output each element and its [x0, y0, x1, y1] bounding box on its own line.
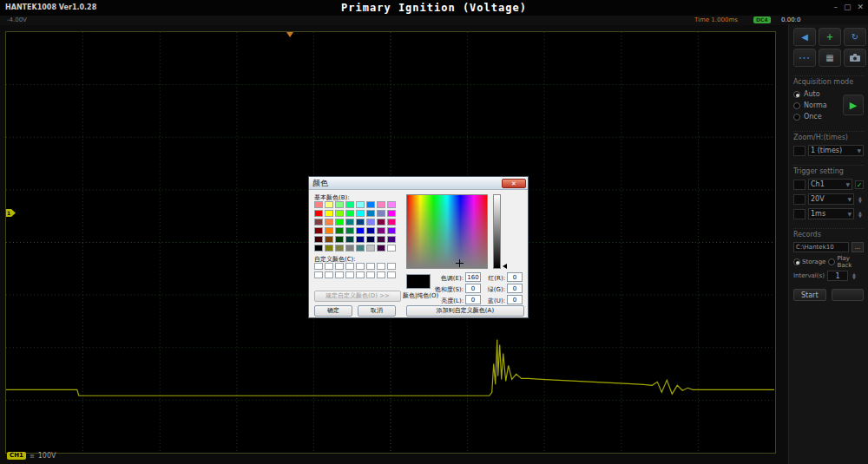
basic-color-swatch[interactable] [345, 227, 354, 234]
playback-radio[interactable]: Play Back [828, 256, 864, 267]
basic-color-swatch[interactable] [356, 210, 365, 217]
luminance-slider[interactable] [493, 194, 501, 269]
basic-color-swatch[interactable] [356, 236, 365, 243]
basic-color-swatch[interactable] [335, 227, 344, 234]
basic-color-swatch[interactable] [377, 236, 385, 243]
custom-color-swatch[interactable] [335, 271, 344, 278]
basic-color-swatch[interactable] [325, 219, 333, 225]
basic-color-swatch[interactable] [325, 201, 333, 208]
basic-color-swatch[interactable] [377, 227, 385, 234]
color-crosshair[interactable] [456, 259, 464, 267]
basic-color-swatch[interactable] [325, 227, 333, 234]
saturation-input[interactable]: 0 [465, 284, 481, 293]
basic-color-swatch[interactable] [325, 245, 333, 252]
basic-color-swatch[interactable] [335, 201, 344, 208]
close-button[interactable]: ✕ [857, 2, 864, 12]
basic-color-swatch[interactable] [377, 245, 385, 252]
basic-color-swatch[interactable] [356, 201, 365, 208]
luminance-arrow[interactable] [503, 264, 507, 269]
basic-color-swatch[interactable] [366, 210, 375, 217]
basic-color-swatch[interactable] [366, 201, 375, 208]
acq-normal-radio[interactable]: Norma [793, 100, 843, 111]
basic-color-swatch[interactable] [387, 219, 396, 225]
record-start-button[interactable]: Start [793, 289, 826, 301]
channel1-info[interactable]: CH1 ≡ 100V [7, 452, 56, 460]
basic-color-swatch[interactable] [345, 219, 354, 225]
basic-color-swatch[interactable] [314, 210, 323, 217]
basic-color-swatch[interactable] [314, 201, 323, 208]
voltage-spinner[interactable]: ▲▼ [857, 196, 864, 203]
green-input[interactable]: 0 [507, 284, 523, 293]
zoom-select[interactable]: 1 (times) ▼ [808, 145, 864, 156]
back-button[interactable]: ◀ [793, 28, 816, 46]
custom-color-swatch[interactable] [345, 271, 354, 278]
cancel-button[interactable]: 取消 [358, 305, 396, 317]
basic-color-swatch[interactable] [345, 201, 354, 208]
dialog-titlebar[interactable]: 颜色 ✕ [309, 177, 528, 190]
basic-color-swatch[interactable] [366, 227, 375, 234]
trigger-source-select[interactable]: Ch1 ▼ [808, 179, 852, 190]
custom-color-swatch[interactable] [356, 263, 365, 270]
trigger-time-mini[interactable] [793, 209, 806, 219]
record-path-input[interactable]: C:\Hantek10 [793, 242, 849, 252]
basic-color-swatch[interactable] [325, 210, 333, 217]
basic-color-swatch[interactable] [335, 219, 344, 225]
basic-color-swatch[interactable] [377, 201, 385, 208]
basic-color-swatch[interactable] [356, 245, 365, 252]
timebase-spinner[interactable]: ▲▼ [857, 211, 864, 218]
basic-color-swatch[interactable] [314, 227, 323, 234]
basic-color-swatch[interactable] [314, 219, 323, 225]
custom-color-swatch[interactable] [325, 271, 333, 278]
basic-color-swatch[interactable] [387, 227, 396, 234]
basic-color-swatch[interactable] [356, 227, 365, 234]
basic-color-swatch[interactable] [345, 210, 354, 217]
custom-color-swatch[interactable] [366, 263, 375, 270]
browse-button[interactable]: ... [852, 242, 864, 252]
custom-color-swatch[interactable] [325, 263, 333, 270]
basic-color-swatch[interactable] [366, 245, 375, 252]
custom-color-swatch[interactable] [335, 263, 344, 270]
basic-color-swatch[interactable] [335, 236, 344, 243]
basic-color-swatch[interactable] [366, 219, 375, 225]
trigger-position-marker[interactable] [286, 32, 293, 37]
custom-color-swatch[interactable] [314, 271, 323, 278]
voltage-range-select[interactable]: 20V ▼ [808, 193, 854, 205]
add-custom-color-button[interactable]: 添加到自定义颜色(A) [406, 305, 524, 317]
minimize-button[interactable]: – [833, 2, 838, 12]
custom-color-swatch[interactable] [387, 271, 396, 278]
custom-color-swatch[interactable] [366, 271, 375, 278]
basic-color-swatch[interactable] [387, 236, 396, 243]
dialog-close-button[interactable]: ✕ [502, 179, 526, 188]
more-button[interactable]: ••• [793, 49, 816, 67]
interval-spinner[interactable]: ▲▼ [851, 272, 858, 279]
acq-auto-radio[interactable]: Auto [793, 88, 843, 100]
custom-color-swatch[interactable] [314, 263, 323, 270]
blue-input[interactable]: 0 [507, 295, 523, 304]
define-custom-colors-button[interactable]: 规定自定义颜色(D) >> [314, 291, 401, 302]
zoom-mini-field[interactable] [793, 146, 806, 156]
basic-color-swatch[interactable] [345, 236, 354, 243]
storage-radio[interactable]: Storage [793, 256, 825, 267]
luminance-input[interactable]: 0 [465, 295, 481, 304]
record-secondary-button[interactable] [832, 289, 865, 301]
channel1-badge[interactable]: CH1 [7, 452, 26, 460]
interval-input[interactable]: 1 [827, 271, 848, 281]
timebase-select[interactable]: 1ms ▼ [808, 208, 854, 219]
basic-color-swatch[interactable] [335, 245, 344, 252]
basic-color-swatch[interactable] [387, 201, 396, 208]
refresh-button[interactable]: ↻ [844, 28, 866, 46]
add-button[interactable]: + [819, 28, 841, 46]
custom-color-swatch[interactable] [387, 263, 396, 270]
basic-color-swatch[interactable] [387, 245, 396, 252]
basic-color-swatch[interactable] [356, 219, 365, 225]
trigger-source-mini[interactable] [793, 180, 806, 190]
basic-color-swatch[interactable] [335, 210, 344, 217]
red-input[interactable]: 0 [507, 272, 523, 282]
basic-color-swatch[interactable] [387, 210, 396, 217]
custom-color-swatch[interactable] [377, 263, 385, 270]
grid-view-button[interactable]: ▦ [819, 49, 841, 67]
maximize-button[interactable]: ▢ [844, 2, 852, 12]
basic-color-swatch[interactable] [377, 210, 385, 217]
custom-color-swatch[interactable] [377, 271, 385, 278]
hue-input[interactable]: 160 [465, 272, 481, 282]
